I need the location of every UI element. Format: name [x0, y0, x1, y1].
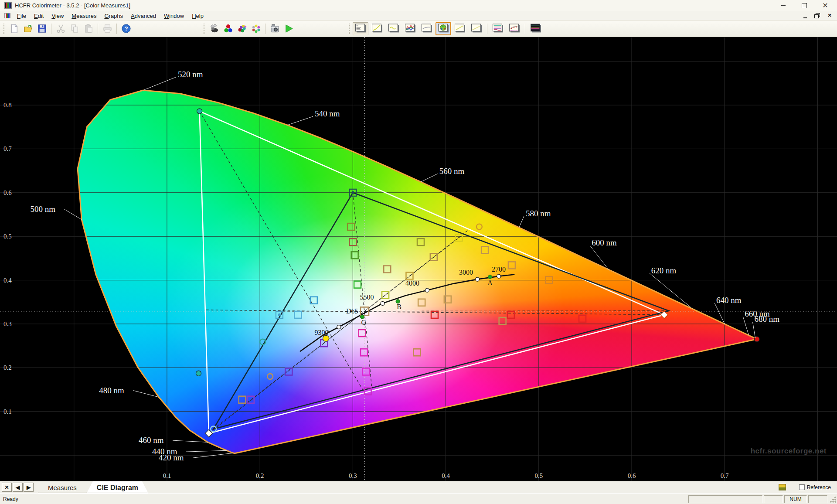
reference-palette-icon[interactable] — [779, 484, 786, 490]
wavelength-label: 540 nm — [315, 109, 340, 118]
measure-marker[interactable] — [347, 223, 354, 230]
capture-button[interactable] — [268, 23, 281, 35]
y-tick-label: 0.2 — [3, 364, 12, 371]
measure-marker[interactable] — [351, 252, 358, 259]
measure-marker[interactable] — [295, 311, 302, 318]
sensor-config-button[interactable] — [208, 23, 221, 35]
measure-marker[interactable] — [361, 349, 367, 356]
cie-diagram-view-button[interactable] — [436, 22, 451, 35]
measure-marker[interactable] — [362, 368, 369, 375]
new-button[interactable] — [7, 23, 20, 35]
x-tick-label: 0.1 — [163, 472, 171, 479]
illuminant-label: C — [361, 319, 366, 326]
measure-marker[interactable] — [285, 368, 292, 375]
dots-view-button[interactable] — [507, 22, 522, 35]
menu-measures[interactable]: Measures — [68, 12, 100, 20]
rgb-measure-button[interactable] — [221, 23, 235, 35]
measure-marker[interactable] — [430, 253, 437, 260]
toolbar-separator — [487, 24, 487, 34]
status-bar: Ready NUM — [0, 493, 837, 504]
line-view-button[interactable] — [452, 22, 468, 35]
measure-marker[interactable] — [579, 315, 586, 322]
cut-button[interactable] — [54, 23, 67, 35]
measure-marker[interactable] — [418, 299, 425, 306]
measure-marker-dot — [351, 191, 354, 194]
close-tab-button[interactable]: ✕ — [2, 483, 12, 492]
measure-marker[interactable] — [508, 262, 515, 269]
nearblack-view-button[interactable] — [419, 22, 435, 35]
measure-marker[interactable] — [414, 349, 421, 356]
views-group — [348, 20, 544, 37]
help-button[interactable]: ? — [119, 23, 133, 35]
measure-marker[interactable] — [417, 238, 424, 245]
wavelength-leader — [287, 116, 313, 125]
menu-window[interactable]: Window — [160, 12, 188, 20]
resize-grip[interactable] — [830, 495, 836, 503]
menu-graphs[interactable]: Graphs — [100, 12, 127, 20]
wavelength-leader — [65, 209, 82, 220]
paste-button[interactable] — [82, 23, 95, 35]
rgb-levels-view-button[interactable] — [402, 22, 418, 35]
wavelength-leader — [519, 216, 524, 228]
menu-edit[interactable]: Edit — [30, 12, 48, 20]
measure-marker[interactable] — [354, 281, 361, 288]
cct-point — [337, 325, 341, 329]
wavelength-label: 420 nm — [159, 453, 184, 462]
wavelength-label: 480 nm — [99, 386, 124, 395]
wavelength-label: 600 nm — [592, 238, 617, 247]
minimize-button[interactable] — [779, 2, 787, 10]
saturation-measure-button[interactable] — [249, 23, 262, 35]
copy-button[interactable] — [68, 23, 81, 35]
mdi-close-button[interactable]: ✕ — [827, 13, 833, 18]
sensor-group — [203, 20, 296, 37]
tab-cie-diagram[interactable]: CIE Diagram — [87, 481, 148, 493]
cie-diagram-view: 93005500400030002700ABCD65520 nm540 nm56… — [0, 37, 837, 481]
mdi-restore-button[interactable] — [814, 13, 820, 18]
measure-marker — [323, 335, 329, 341]
x-tick-label: 0.6 — [628, 472, 636, 479]
document-icon — [4, 13, 10, 18]
toolbar-separator — [525, 24, 525, 34]
color-measure-button[interactable] — [235, 23, 248, 35]
measure-marker — [197, 109, 202, 114]
print-button[interactable] — [101, 23, 114, 35]
measure-marker[interactable] — [444, 296, 451, 303]
x-tick-label: 0.5 — [534, 472, 543, 479]
next-tab-button[interactable]: ▶ — [24, 483, 34, 492]
gamma-view-button[interactable] — [369, 22, 385, 35]
mdi-minimize-button[interactable] — [802, 13, 808, 18]
save-button[interactable] — [35, 23, 48, 35]
tab-measures[interactable]: Measures — [38, 481, 87, 493]
cie-chart-svg[interactable]: 93005500400030002700ABCD65520 nm540 nm56… — [0, 37, 837, 481]
line2-view-button[interactable] — [469, 22, 484, 35]
luminance-view-button[interactable] — [386, 22, 401, 35]
multiline-view-button[interactable] — [490, 22, 506, 35]
run-measure-button[interactable] — [282, 23, 295, 35]
wavelength-label: 520 nm — [178, 70, 203, 79]
x-tick-label: 0.7 — [721, 472, 729, 479]
measure-marker[interactable] — [310, 297, 317, 304]
illuminant-point — [488, 275, 492, 279]
measure-marker[interactable] — [239, 396, 246, 403]
maximize-button[interactable] — [800, 2, 808, 10]
cct-label: 2700 — [492, 266, 506, 273]
open-button[interactable] — [21, 23, 34, 35]
status-pane-1 — [688, 495, 762, 503]
menu-advanced[interactable]: Advanced — [127, 12, 160, 20]
measure-marker[interactable] — [384, 266, 391, 273]
measure-marker[interactable] — [481, 246, 488, 253]
menu-file[interactable]: File — [13, 12, 30, 20]
measure-marker[interactable] — [499, 317, 506, 324]
cct-label: 3000 — [459, 269, 473, 276]
prev-tab-button[interactable]: ◀ — [13, 483, 23, 492]
wavelength-label: 620 nm — [651, 266, 677, 275]
close-button[interactable]: ✕ — [821, 2, 829, 10]
reference-checkbox[interactable] — [799, 484, 805, 490]
toolbar-grip — [349, 24, 350, 34]
dark-view-button[interactable] — [528, 22, 544, 35]
measures-view-button[interactable] — [353, 22, 368, 35]
menu-view[interactable]: View — [48, 12, 68, 20]
menu-help[interactable]: Help — [188, 12, 208, 20]
toolbar-separator — [51, 24, 51, 34]
measure-marker[interactable] — [507, 311, 514, 318]
